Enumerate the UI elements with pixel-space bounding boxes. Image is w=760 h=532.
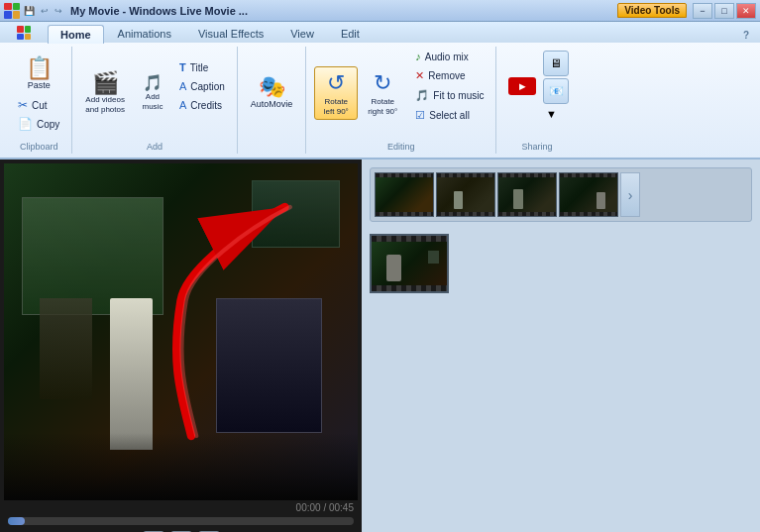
maximize-button[interactable]: □: [714, 3, 734, 19]
copy-label: Copy: [37, 119, 59, 130]
add-videos-label: Add videosand photos: [85, 95, 125, 114]
automovie-button[interactable]: 🎭 AutoMovie: [246, 72, 298, 114]
add-music-icon: 🎵: [143, 75, 163, 91]
editing-label: Editing: [306, 142, 495, 152]
filmstrip-row-1: ›: [370, 167, 752, 222]
ribbon: Home Animations Visual Effects View Edit…: [0, 22, 760, 160]
share-icon-1[interactable]: 🖥: [543, 51, 569, 76]
tab-home[interactable]: [4, 22, 47, 43]
rotate-left-button[interactable]: ↺ Rotateleft 90°: [314, 66, 358, 120]
filmstrip-row-2-container: [370, 234, 752, 293]
video-tools-tab[interactable]: Video Tools: [617, 3, 687, 18]
add-buttons: 🎬 Add videosand photos 🎵 Addmusic T Titl…: [80, 49, 228, 152]
cut-label: Cut: [32, 100, 48, 111]
filmstrip-thumbnail[interactable]: [370, 234, 449, 293]
paste-label: Paste: [28, 80, 51, 91]
fit-to-music-label: Fit to music: [433, 90, 484, 101]
select-all-label: Select all: [429, 110, 470, 121]
copy-icon: 📄: [18, 117, 33, 131]
figure-silhouette-3: [597, 192, 605, 209]
figure-silhouette: [454, 191, 463, 209]
thumbnail-figure: [386, 255, 401, 280]
sharing-buttons: ▶ 🖥 📧 ▼: [504, 49, 569, 152]
close-button[interactable]: ✕: [736, 3, 756, 19]
video-preview: [4, 163, 358, 500]
editing-group: ↺ Rotateleft 90° ↻ Rotateright 90° ♪ Aud…: [306, 47, 496, 154]
time-display: 00:00 / 00:45: [4, 500, 358, 515]
film-frame-3[interactable]: [497, 172, 557, 217]
scene-detail-1: [252, 180, 340, 248]
credits-label: Credits: [190, 100, 222, 111]
rotate-right-button[interactable]: ↻ Rotateright 90°: [361, 66, 404, 120]
youtube-icon: ▶: [508, 77, 536, 95]
filmstrip-next-arrow[interactable]: ›: [620, 172, 640, 217]
minimize-button[interactable]: −: [693, 3, 712, 19]
film-frame-1[interactable]: [375, 172, 434, 217]
automovie-buttons: 🎭 AutoMovie: [246, 49, 298, 152]
caption-button[interactable]: A Caption: [175, 78, 229, 94]
copy-button[interactable]: 📄 Copy: [14, 115, 63, 133]
tab-edit[interactable]: Edit: [328, 24, 373, 43]
film-frame-4[interactable]: [559, 172, 618, 217]
automovie-icon: 🎭: [259, 76, 285, 98]
titlebar-right: Video Tools − □ ✕: [617, 3, 756, 19]
title-label: Title: [190, 62, 209, 73]
caption-icon: A: [179, 80, 186, 92]
add-videos-button[interactable]: 🎬 Add videosand photos: [80, 68, 130, 118]
paste-button[interactable]: 📋 Paste: [17, 53, 60, 95]
youtube-button[interactable]: ▶: [504, 75, 540, 97]
audio-mix-icon: ♪: [415, 51, 421, 62]
title-button[interactable]: T Title: [175, 59, 229, 75]
cut-button[interactable]: ✂ Cut: [14, 96, 63, 114]
quick-undo[interactable]: ↩: [41, 6, 49, 16]
fit-to-music-button[interactable]: 🎵 Fit to music: [411, 87, 488, 104]
fit-to-music-icon: 🎵: [415, 89, 429, 102]
main-content: 00:00 / 00:45 ◀ ▶ ▶▶: [0, 160, 760, 532]
app-icon: [4, 3, 20, 19]
share-icons: 🖥 📧 ▼: [543, 51, 569, 136]
select-all-icon: ☑: [415, 109, 425, 122]
add-music-button[interactable]: 🎵 Addmusic: [133, 72, 172, 114]
figure-silhouette-2: [513, 189, 523, 208]
film-frame-2-content: [437, 177, 494, 212]
scene-detail-2: [40, 298, 93, 399]
tab-visual-effects[interactable]: Visual Effects: [185, 24, 276, 43]
tab-animations[interactable]: Animations: [105, 24, 184, 43]
credits-icon: A: [179, 99, 186, 111]
share-dropdown[interactable]: ▼: [543, 106, 559, 122]
rotate-left-icon: ↺: [327, 70, 345, 96]
tab-view[interactable]: View: [277, 24, 327, 43]
clipboard-label: Clipboard: [6, 142, 71, 152]
add-group: 🎬 Add videosand photos 🎵 Addmusic T Titl…: [72, 47, 237, 154]
remove-icon: ✕: [415, 69, 424, 82]
scene-figure: [110, 298, 153, 450]
film-frame-2[interactable]: [436, 172, 495, 217]
audio-mix-button[interactable]: ♪ Audio mix: [411, 49, 488, 64]
film-frame-3-content: [498, 177, 556, 212]
ribbon-help[interactable]: ?: [736, 27, 756, 43]
title-text: My Movie - Windows Live Movie ...: [70, 5, 248, 17]
share-icon-2[interactable]: 📧: [543, 78, 569, 104]
quick-save[interactable]: 💾: [24, 6, 35, 16]
add-label: Add: [72, 142, 236, 152]
select-all-button[interactable]: ☑ Select all: [411, 107, 488, 124]
ribbon-content: 📋 Paste ✂ Cut 📄 Copy Cl: [0, 43, 760, 158]
sharing-group: ▶ 🖥 📧 ▼ Sharing: [496, 47, 577, 154]
automovie-label: AutoMovie: [251, 99, 293, 110]
credits-button[interactable]: A Credits: [175, 97, 229, 113]
tab-home-label[interactable]: Home: [48, 25, 104, 44]
add-music-label: Addmusic: [143, 92, 163, 111]
sharing-label: Sharing: [496, 142, 577, 152]
preview-area: 00:00 / 00:45 ◀ ▶ ▶▶: [0, 160, 362, 532]
add-videos-icon: 🎬: [92, 72, 119, 94]
scene-element-2: [216, 298, 322, 433]
remove-button[interactable]: ✕ Remove: [411, 67, 488, 84]
ribbon-tabs: Home Animations Visual Effects View Edit…: [0, 22, 760, 43]
clipboard-group: 📋 Paste ✂ Cut 📄 Copy Cl: [6, 47, 72, 154]
film-frame-4-content: [560, 177, 617, 212]
timeline-area: ›: [362, 160, 760, 532]
remove-label: Remove: [428, 70, 465, 81]
window-controls: − □ ✕: [693, 3, 756, 19]
quick-redo[interactable]: ↪: [54, 6, 62, 16]
seek-bar[interactable]: [8, 517, 354, 525]
